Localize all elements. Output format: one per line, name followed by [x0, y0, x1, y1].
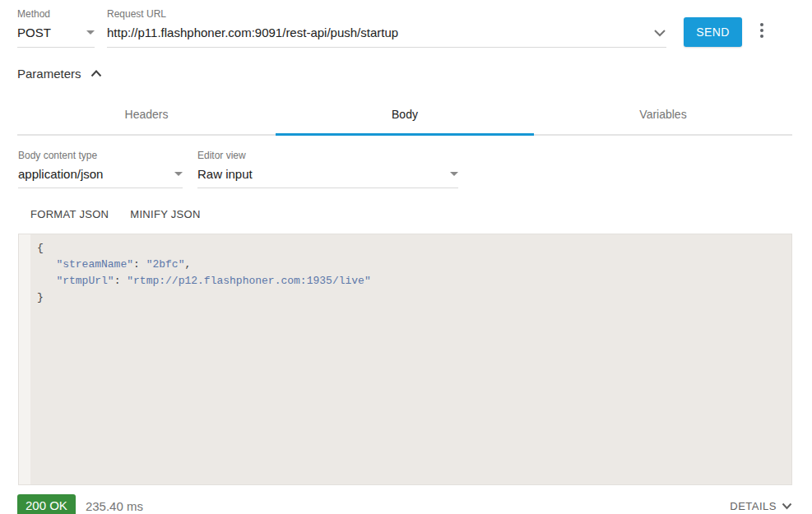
editor-view-value: Raw input	[197, 167, 253, 181]
request-row: Method POST Request URL http://p11.flash…	[0, 0, 812, 48]
tab-bar: Headers Body Variables	[17, 100, 792, 136]
json-actions-row: FORMAT JSON MINIFY JSON	[21, 201, 812, 228]
format-json-button[interactable]: FORMAT JSON	[21, 201, 118, 228]
request-url-field[interactable]: Request URL http://p11.flashphoner.com:9…	[107, 8, 666, 48]
tab-body[interactable]: Body	[276, 100, 534, 134]
dropdown-arrow-icon	[450, 172, 458, 176]
body-content-type-select[interactable]: Body content type application/json	[18, 150, 183, 188]
editor-view-select[interactable]: Editor view Raw input	[197, 150, 458, 188]
more-options-icon[interactable]	[757, 20, 767, 41]
minify-json-button[interactable]: MINIFY JSON	[120, 201, 210, 228]
body-options-row: Body content type application/json Edito…	[18, 150, 812, 188]
chevron-down-icon[interactable]	[653, 29, 666, 37]
request-url-value: http://p11.flashphoner.com:9091/rest-api…	[107, 25, 398, 39]
parameters-toggle[interactable]: Parameters	[17, 67, 812, 81]
rest-client-app: Method POST Request URL http://p11.flash…	[0, 0, 812, 514]
chevron-up-icon	[90, 70, 102, 77]
tab-variables[interactable]: Variables	[534, 100, 792, 134]
send-button[interactable]: SEND	[684, 17, 742, 47]
body-editor[interactable]: { "streamName": "2bfc", "rtmpUrl": "rtmp…	[18, 234, 792, 485]
status-badge: 200 OK	[17, 494, 76, 514]
details-toggle[interactable]: DETAILS	[730, 500, 792, 512]
body-content-type-label: Body content type	[18, 150, 183, 161]
editor-gutter	[19, 234, 30, 484]
details-label: DETAILS	[730, 500, 777, 512]
method-label: Method	[17, 8, 95, 20]
editor-view-label: Editor view	[197, 150, 458, 161]
response-status-bar: 200 OK 235.40 ms DETAILS	[17, 493, 792, 514]
active-tab-indicator	[276, 133, 534, 136]
dropdown-arrow-icon	[86, 30, 95, 35]
parameters-label: Parameters	[17, 67, 81, 81]
body-content-type-value: application/json	[18, 167, 103, 181]
method-select[interactable]: Method POST	[17, 8, 95, 48]
method-value: POST	[17, 25, 51, 39]
chevron-down-icon	[782, 502, 792, 510]
json-body-code[interactable]: { "streamName": "2bfc", "rtmpUrl": "rtmp…	[37, 240, 788, 306]
request-url-label: Request URL	[107, 8, 666, 20]
dropdown-arrow-icon	[174, 172, 183, 176]
tab-headers[interactable]: Headers	[17, 100, 276, 134]
response-time: 235.40 ms	[86, 499, 143, 513]
